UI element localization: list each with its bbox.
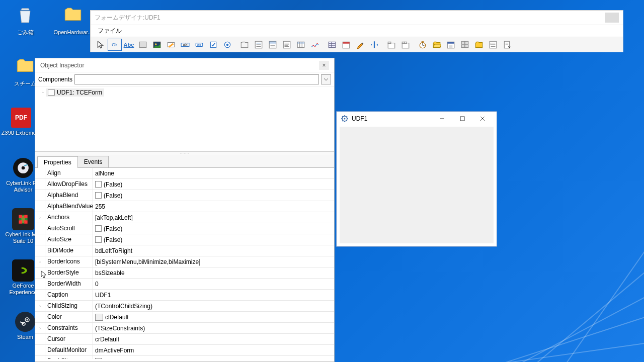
property-row[interactable]: AllowDropFiles(False) <box>35 179 334 190</box>
expand-toggle[interactable]: › <box>35 323 45 333</box>
property-row[interactable]: ›ChildSizing(TControlChildSizing) <box>35 301 334 312</box>
property-row[interactable]: BorderStylebsSizeable <box>35 267 334 279</box>
property-value[interactable]: bsSizeable <box>93 267 334 278</box>
property-row[interactable]: ›Constraints(TSizeConstraints) <box>35 323 334 334</box>
property-row[interactable]: AlphaBlendValue255 <box>35 201 334 212</box>
tool-grid[interactable] <box>294 39 308 51</box>
property-row[interactable]: DefaultMonitordmActiveForm <box>35 345 334 356</box>
tool-checkbox[interactable] <box>206 39 220 51</box>
property-value[interactable]: (TControlChildSizing) <box>93 301 334 311</box>
components-input[interactable] <box>74 74 319 84</box>
tool-calendar[interactable] <box>339 39 353 51</box>
property-name: AllowDropFiles <box>45 179 93 190</box>
object-inspector-titlebar[interactable]: Object Inspector × <box>35 58 334 72</box>
tool-pagecontrol[interactable] <box>398 39 413 51</box>
property-value[interactable]: (TSizeConstraints) <box>93 323 334 333</box>
property-value[interactable]: 0 <box>93 279 334 289</box>
checkbox-icon[interactable] <box>95 192 102 199</box>
expand-toggle[interactable]: › <box>35 301 45 311</box>
checkbox-icon[interactable] <box>95 181 102 188</box>
tab-properties[interactable]: Properties <box>37 156 78 168</box>
property-value[interactable]: (False) <box>93 179 334 190</box>
tool-listview[interactable] <box>486 39 500 51</box>
tool-stringgrid[interactable] <box>325 39 339 51</box>
property-value[interactable]: UDF1 <box>93 290 334 300</box>
tree-item-udf1[interactable]: UDF1: TCEForm <box>46 88 104 97</box>
form-designer-titlebar[interactable]: フォームデザイナ:UDF1 <box>91 11 623 25</box>
property-row[interactable]: ColorclDefault <box>35 312 334 323</box>
property-value[interactable]: (False) <box>93 356 334 359</box>
property-row[interactable]: CursorcrDefault <box>35 334 334 345</box>
tool-folder[interactable] <box>472 39 486 51</box>
tool-groupbox[interactable] <box>237 39 252 51</box>
property-value[interactable]: dmActiveForm <box>93 345 334 355</box>
property-row[interactable]: AlignalNone <box>35 168 334 179</box>
tool-combobox[interactable] <box>266 39 280 51</box>
tool-memo[interactable] <box>280 39 294 51</box>
svg-point-69 <box>490 44 491 45</box>
tool-splitter[interactable] <box>367 39 381 51</box>
properties-grid[interactable]: AlignalNoneAllowDropFiles(False)AlphaBle… <box>35 168 334 359</box>
tool-listbox[interactable] <box>252 39 266 51</box>
property-value[interactable]: clDefault <box>93 312 334 322</box>
tool-radio[interactable] <box>220 39 234 51</box>
checkbox-icon[interactable] <box>95 225 102 232</box>
property-value[interactable]: (False) <box>93 190 334 201</box>
tool-chart[interactable] <box>308 39 322 51</box>
property-row[interactable]: CaptionUDF1 <box>35 290 334 301</box>
expand-toggle[interactable]: › <box>35 212 45 223</box>
tool-label[interactable]: Abc <box>122 39 136 51</box>
tool-tabcontrol[interactable] <box>384 39 398 51</box>
tool-button[interactable]: Ok <box>108 39 122 51</box>
property-value-text: (False) <box>104 225 122 232</box>
menu-file[interactable]: ファイル <box>95 26 125 36</box>
svg-point-35 <box>313 45 314 46</box>
property-value[interactable]: crDefault <box>93 334 334 344</box>
desktop-icon-openhardware[interactable]: OpenHardwar... <box>53 3 93 36</box>
expand-toggle[interactable]: › <box>35 256 45 267</box>
property-row[interactable]: ›Anchors[akTop,akLeft] <box>35 212 334 223</box>
tool-edit[interactable] <box>164 39 178 51</box>
close-button[interactable] <box>605 13 619 23</box>
property-value[interactable]: alNone <box>93 168 334 178</box>
tool-paint[interactable] <box>353 39 367 51</box>
property-name: Constraints <box>45 323 93 333</box>
desktop-icon-recycle-bin[interactable]: ごみ箱 <box>5 3 45 36</box>
tool-timer[interactable] <box>416 39 430 51</box>
property-row[interactable]: AutoScroll(False) <box>35 223 334 234</box>
tool-script[interactable] <box>500 39 514 51</box>
components-dropdown-button[interactable] <box>321 74 331 84</box>
expand-toggle <box>35 168 45 178</box>
component-tree[interactable]: └ UDF1: TCEForm <box>35 86 334 152</box>
property-value[interactable]: [akTop,akLeft] <box>93 212 334 223</box>
tool-image[interactable] <box>150 39 164 51</box>
udf1-form-window[interactable]: UDF1 <box>336 111 497 247</box>
tool-pointer[interactable] <box>94 39 108 51</box>
checkbox-icon[interactable] <box>95 358 102 359</box>
checkbox-icon[interactable] <box>95 236 102 243</box>
tool-savefile[interactable] <box>444 39 458 51</box>
maximize-button[interactable] <box>452 113 472 125</box>
property-row[interactable]: BiDiModebdLeftToRight <box>35 245 334 256</box>
property-row[interactable]: AlphaBlend(False) <box>35 190 334 201</box>
property-value[interactable]: 255 <box>93 201 334 212</box>
property-row[interactable]: BorderWidth0 <box>35 279 334 290</box>
tool-openfile[interactable] <box>430 39 444 51</box>
property-row[interactable]: ›BorderIcons[biSystemMenu,biMinimize,biM… <box>35 256 334 267</box>
close-button[interactable] <box>472 113 493 125</box>
tab-events[interactable]: Events <box>77 156 109 167</box>
tool-panel[interactable] <box>136 39 150 51</box>
property-value[interactable]: (False) <box>93 234 334 245</box>
property-value[interactable]: [biSystemMenu,biMinimize,biMaximize] <box>93 256 334 267</box>
close-button[interactable]: × <box>319 61 329 70</box>
property-value[interactable]: bdLeftToRight <box>93 245 334 256</box>
tool-text-input[interactable]: ab| <box>178 39 192 51</box>
property-row[interactable]: AutoSize(False) <box>35 234 334 245</box>
property-value[interactable]: (False) <box>93 223 334 234</box>
minimize-button[interactable] <box>432 113 452 125</box>
tool-toggle[interactable]: on <box>192 39 206 51</box>
udf1-titlebar[interactable]: UDF1 <box>337 112 497 126</box>
property-row[interactable]: DockSite(False) <box>35 356 334 359</box>
tool-selectdir[interactable] <box>458 39 472 51</box>
form-design-canvas[interactable] <box>340 127 494 243</box>
